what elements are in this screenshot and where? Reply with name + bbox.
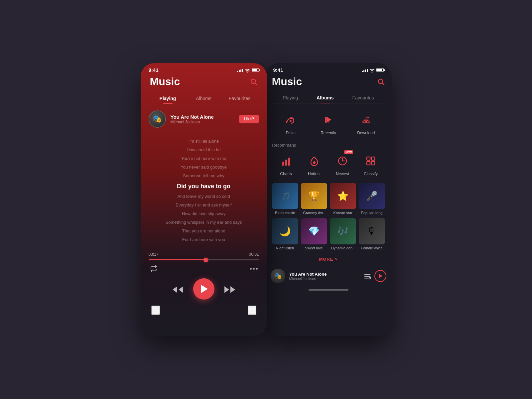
svg-point-9 [157, 312, 159, 314]
lyric-11: That you are not alone [149, 227, 259, 235]
new-badge: NEW [344, 150, 353, 154]
album-night-name: Night listen [272, 246, 298, 250]
mini-play-button[interactable] [374, 270, 386, 282]
svg-marker-2 [173, 286, 177, 293]
lyric-4: You never said goodbye [149, 163, 259, 172]
more-options[interactable] [250, 268, 258, 270]
mini-avatar: 🎭 [271, 269, 285, 283]
album-dynamic[interactable]: 🎶 Dynamic dan.. [330, 218, 356, 250]
equalizer-button[interactable] [248, 306, 256, 315]
svg-point-39 [369, 277, 371, 279]
recently-item[interactable]: Recently [319, 111, 337, 135]
search-button-1[interactable] [250, 78, 258, 86]
tab-albums-1[interactable]: Albums [186, 93, 222, 104]
mini-controls [364, 270, 386, 282]
tabs-1: Playing Albums Favourites [149, 93, 259, 104]
classify-label: Classify [364, 172, 378, 176]
mini-playlist-button[interactable] [364, 272, 371, 280]
phone1-content: Music Playing Albums Favourites 🎭 You Ar… [141, 75, 267, 318]
hottest-label: Hottest [308, 172, 321, 176]
tab-favourites-2[interactable]: Favourites [343, 92, 383, 103]
album-female[interactable]: 🎙 Female voice [359, 218, 385, 250]
charts-label: Charts [280, 172, 292, 176]
quick-access-row: Disks Recently [272, 111, 385, 135]
battery-icon-2 [376, 68, 384, 72]
phone2-content: Music Playing Albums Favourites [265, 75, 392, 287]
play-button[interactable] [193, 278, 214, 300]
svg-line-18 [382, 83, 384, 85]
download-icon [357, 111, 375, 129]
app-title-1: Music [150, 75, 180, 88]
progress-fill [149, 259, 206, 260]
bottom-icons [149, 300, 259, 318]
tab-playing-1[interactable]: Playing [150, 93, 186, 104]
battery-icon [252, 68, 259, 72]
svg-rect-33 [367, 162, 370, 165]
current-time: 03:17 [149, 252, 159, 257]
classify-item[interactable]: Classify [362, 152, 379, 176]
lyric-10: Something whispers in my ear and says [149, 218, 259, 227]
album-blues[interactable]: 🎵 Blues music [272, 183, 298, 215]
album-sweet[interactable]: 💎 Sweet love [301, 218, 327, 250]
album-popular[interactable]: 🎤 Popular song [359, 183, 385, 215]
newest-item[interactable]: NEW Newest [334, 152, 351, 176]
album-popular-name: Popular song [359, 211, 385, 215]
svg-rect-26 [285, 160, 287, 166]
phone2-header: Music [272, 75, 385, 88]
lyric-8: Everyday I sit and ask myself [149, 201, 259, 209]
album-grammy[interactable]: 🏆 Grammy Aw.. [301, 183, 327, 215]
search-button-2[interactable] [377, 78, 385, 86]
svg-rect-25 [282, 162, 284, 166]
download-item[interactable]: Download [357, 111, 375, 135]
mini-track-name: You Are Not Alone [289, 272, 360, 277]
svg-marker-5 [230, 286, 235, 293]
albums-grid-row2: 🌙 Night listen 💎 Sweet love 🎶 Dynamic da… [272, 218, 385, 250]
total-time: 06:01 [249, 252, 259, 257]
tab-albums-2[interactable]: Albums [307, 92, 343, 103]
track-artist: Michael Jackson [171, 120, 235, 124]
mini-player: 🎭 You Are Not Alone Michael Jackson [265, 265, 392, 287]
progress-bar[interactable] [149, 259, 259, 260]
album-korean[interactable]: ⭐ Korean star [330, 183, 356, 215]
hottest-item[interactable]: Hottest [306, 152, 323, 176]
recently-icon [319, 111, 337, 129]
track-name: You Are Not Alone [171, 114, 235, 120]
phone-playing: 9:41 Music [141, 63, 267, 336]
lyrics: I'm still all alone How could this be Yo… [149, 137, 259, 244]
playlist-button[interactable] [151, 306, 160, 315]
albums-grid-row1: 🎵 Blues music 🏆 Grammy Aw.. ⭐ Korean sta [272, 183, 385, 215]
more-button[interactable]: MORE > [272, 253, 385, 265]
svg-line-1 [255, 83, 257, 85]
tab-playing-2[interactable]: Playing [273, 92, 307, 103]
status-time-1: 9:41 [149, 67, 159, 73]
classify-icon [362, 152, 379, 170]
repeat-button[interactable] [150, 265, 157, 272]
next-button[interactable] [224, 284, 236, 294]
status-bar-1: 9:41 [141, 63, 267, 75]
svg-marker-4 [224, 286, 229, 293]
svg-point-19 [290, 120, 292, 122]
signal-icon [237, 68, 243, 72]
recommend-row: Charts Hottest NEW [272, 152, 385, 176]
newest-label: Newest [336, 172, 349, 176]
like-button[interactable]: Like? [239, 115, 259, 123]
album-female-name: Female voice [359, 246, 385, 250]
disks-item[interactable]: Disks [282, 111, 300, 135]
album-grammy-name: Grammy Aw.. [301, 211, 327, 215]
svg-rect-27 [288, 158, 290, 166]
album-dynamic-name: Dynamic dan.. [330, 246, 356, 250]
svg-rect-31 [367, 157, 370, 160]
phone-albums: 9:41 Music [265, 63, 392, 336]
wifi-icon-2 [369, 67, 375, 72]
search-icon-1 [250, 78, 258, 86]
album-night[interactable]: 🌙 Night listen [272, 218, 298, 250]
charts-item[interactable]: Charts [277, 152, 295, 176]
lyric-7: And leave my world so cold [149, 192, 259, 201]
progress-thumb [203, 258, 208, 262]
phone1-header: Music [149, 75, 259, 88]
search-icon-2 [377, 78, 385, 86]
phones-container: 9:41 Music [141, 63, 392, 336]
track-info: 🎭 You Are Not Alone Michael Jackson Like… [149, 110, 259, 128]
prev-button[interactable] [172, 284, 184, 294]
tab-favourites-1[interactable]: Favourites [222, 93, 258, 104]
